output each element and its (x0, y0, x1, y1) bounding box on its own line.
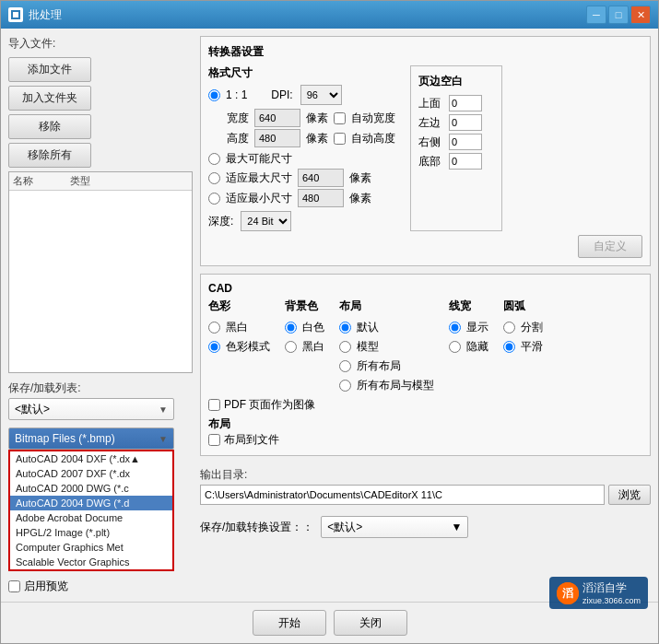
format-combo[interactable]: Bitmap Files (*.bmp) ▼ (8, 427, 174, 450)
model-radio[interactable] (339, 341, 351, 353)
adapt-max-radio[interactable] (208, 172, 220, 184)
layout-title: 布局 (208, 416, 279, 432)
smooth-radio[interactable] (503, 341, 515, 353)
top-input[interactable] (449, 95, 482, 111)
dropdown-item-1[interactable]: AutoCAD 2007 DXF (*.dx (10, 466, 172, 481)
px-label-1: 像素 (306, 111, 328, 126)
cad-bg-title: 背景色 (285, 299, 324, 314)
max-possible-row: 最大可能尺寸 (208, 151, 395, 167)
max-possible-radio[interactable] (208, 153, 220, 165)
cad-linewidth-title: 线宽 (449, 299, 488, 314)
cad-section: CAD 色彩 黑白 色彩模式 (200, 274, 651, 456)
start-button[interactable]: 开始 (253, 610, 326, 636)
save-load-combo[interactable]: <默认> ▼ (8, 398, 174, 420)
file-list-header: 名称 类型 (9, 172, 192, 191)
color-mode-radio-label[interactable]: 色彩模式 (208, 339, 270, 355)
top-label: 上面 (418, 96, 446, 111)
bg-black-radio-label[interactable]: 黑白 (285, 339, 324, 355)
watermark-text: 滔滔自学 zixue.3066.com (583, 580, 641, 605)
remove-button[interactable]: 移除 (8, 114, 91, 139)
all-layout-model-radio-label[interactable]: 所有布局与模型 (339, 378, 434, 393)
add-file-button[interactable]: 添加文件 (8, 57, 91, 82)
color-mode-radio[interactable] (208, 341, 220, 353)
default-radio-label[interactable]: 默认 (339, 320, 434, 335)
adapt-max-label: 适应最大尺寸 (226, 170, 292, 186)
dropdown-item-2[interactable]: AutoCAD 2000 DWG (*.c (10, 481, 172, 496)
dropdown-item-0[interactable]: AutoCAD 2004 DXF (*.dx▲ (10, 451, 172, 466)
right-panel: 转换器设置 格式尺寸 1 : 1 DPI: 96 72 (200, 36, 651, 594)
add-folder-button[interactable]: 加入文件夹 (8, 86, 91, 111)
hide-radio-label[interactable]: 隐藏 (449, 339, 488, 355)
height-input[interactable] (254, 129, 300, 147)
dropdown-item-6[interactable]: Computer Graphics Met (10, 540, 172, 555)
preview-checkbox-label[interactable]: 启用预览 (8, 579, 68, 594)
maximize-button[interactable]: □ (608, 6, 629, 24)
model-label: 模型 (357, 339, 379, 355)
bottom-input[interactable] (449, 153, 482, 170)
output-dir-section: 输出目录: 浏览 (200, 467, 651, 505)
dropdown-item-4[interactable]: Adobe Acrobat Docume (10, 510, 172, 525)
dpi-select[interactable]: 96 72 150 300 (300, 85, 342, 105)
page-margin-title: 页边空白 (418, 74, 494, 89)
auto-height-checkbox[interactable] (334, 133, 346, 145)
all-layout-model-radio[interactable] (339, 380, 351, 392)
hide-radio[interactable] (449, 341, 461, 353)
cad-title: CAD (208, 282, 642, 295)
adapt-min-radio[interactable] (208, 193, 220, 205)
minimize-button[interactable]: ─ (586, 6, 606, 24)
default-radio[interactable] (339, 322, 351, 334)
hide-label: 隐藏 (466, 339, 488, 355)
layout-to-file-text: 布局到文件 (224, 432, 279, 448)
bw-radio-label[interactable]: 黑白 (208, 320, 270, 335)
auto-width-checkbox[interactable] (334, 112, 346, 124)
dropdown-item-3[interactable]: AutoCAD 2004 DWG (*.d (10, 496, 172, 510)
divide-radio-label[interactable]: 分割 (503, 320, 543, 335)
adapt-max-input[interactable] (298, 169, 344, 187)
bw-label: 黑白 (226, 320, 248, 335)
divide-radio[interactable] (503, 322, 515, 334)
dropdown-item-5[interactable]: HPGL/2 Image (*.plt) (10, 525, 172, 540)
layout-to-file-label[interactable]: 布局到文件 (208, 432, 279, 448)
converter-title: 转换器设置 (208, 44, 642, 60)
adapt-min-label: 适应最小尺寸 (226, 191, 292, 206)
left-input[interactable] (449, 114, 482, 131)
pdf-page-checkbox[interactable] (208, 399, 220, 411)
output-dir-input[interactable] (200, 485, 605, 505)
model-radio-label[interactable]: 模型 (339, 339, 434, 355)
import-label: 导入文件: (8, 36, 193, 52)
right-input[interactable] (449, 134, 482, 150)
smooth-radio-label[interactable]: 平滑 (503, 339, 543, 355)
save-load-section: 保存/加载列表: <默认> ▼ (8, 381, 193, 420)
ratio-1-1-radio[interactable] (208, 89, 220, 101)
all-layout-radio[interactable] (339, 360, 351, 372)
window-controls: ─ □ ✕ (586, 6, 651, 24)
bw-radio[interactable] (208, 322, 220, 334)
converter-settings: 转换器设置 格式尺寸 1 : 1 DPI: 96 72 (200, 36, 651, 266)
depth-select[interactable]: 24 Bit 8 Bit 1 Bit (241, 211, 291, 231)
bg-white-radio-label[interactable]: 白色 (285, 320, 324, 335)
preview-checkbox[interactable] (8, 580, 20, 592)
watermark: 滔 滔滔自学 zixue.3066.com (549, 577, 648, 609)
footer-close-button[interactable]: 关闭 (334, 610, 407, 636)
height-row: 高度 像素 自动高度 (227, 129, 395, 147)
remove-all-button[interactable]: 移除所有 (8, 143, 91, 168)
show-radio-label[interactable]: 显示 (449, 320, 488, 335)
cad-linewidth-col: 线宽 显示 隐藏 (449, 299, 488, 393)
bg-black-radio[interactable] (285, 341, 297, 353)
layout-to-file-checkbox[interactable] (208, 434, 220, 446)
browse-button[interactable]: 浏览 (608, 485, 651, 505)
width-input[interactable] (254, 109, 300, 127)
customize-button[interactable]: 自定义 (578, 235, 642, 258)
layout-section: 布局 布局到文件 (208, 416, 642, 448)
close-button[interactable]: ✕ (630, 6, 651, 24)
all-layout-radio-label[interactable]: 所有布局 (339, 358, 434, 374)
adapt-min-input[interactable] (298, 189, 344, 207)
save-convert-value: <默认> (327, 520, 362, 535)
width-row: 宽度 像素 自动宽度 (227, 109, 395, 127)
show-radio[interactable] (449, 322, 461, 334)
bottom-label: 底部 (418, 154, 446, 170)
show-label: 显示 (466, 320, 488, 335)
bg-white-radio[interactable] (285, 322, 297, 334)
dropdown-item-7[interactable]: Scalable Vector Graphics (10, 555, 172, 569)
save-convert-combo[interactable]: <默认> ▼ (321, 516, 468, 538)
